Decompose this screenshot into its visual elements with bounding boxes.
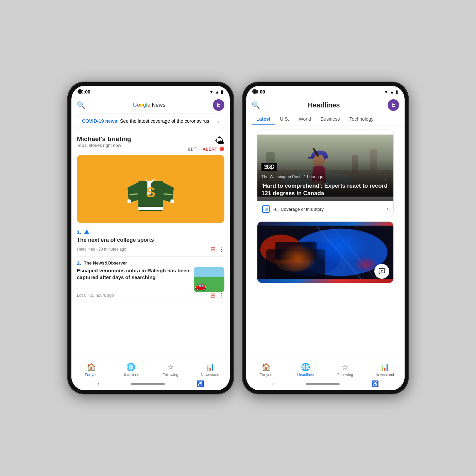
for-you-icon-2: 🏠 <box>261 363 271 372</box>
article-meta-row-1: Headlines · 20 minutes ago ⊞ ⋮ <box>77 245 224 253</box>
jacket-svg: S <box>123 165 178 214</box>
newsstand-label-2: Newsstand <box>376 373 394 377</box>
headlines-label-1: Headlines <box>122 373 139 377</box>
article-title-1: The next era of college sports <box>77 236 224 244</box>
nav-headlines-1[interactable]: 🌐 Headlines <box>121 363 141 377</box>
full-coverage-left: ⊞ Full Coverage of this story <box>262 205 324 213</box>
more-menu-2[interactable]: ⋮ <box>218 292 224 299</box>
nav-following-2[interactable]: ☆ Following <box>335 363 355 377</box>
alert-badge: ALERT <box>203 147 217 152</box>
headlines-label-2: Headlines <box>297 373 314 377</box>
status-icons-1: ▼ ▲ ▮ <box>209 89 223 95</box>
tab-technology[interactable]: Technology <box>345 114 378 125</box>
article-item-2[interactable]: 2. The News&Observer Escaped venomous co… <box>77 257 224 303</box>
police-card[interactable] <box>257 221 394 283</box>
tab-world[interactable]: World <box>294 114 316 125</box>
phone-1-screen: 10:00 ▼ ▲ ▮ 🔍 Google News E COVID-19 new… <box>71 86 230 390</box>
tab-us[interactable]: U.S. <box>275 114 294 125</box>
back-gesture-2: ‹ <box>272 381 274 387</box>
tab-latest[interactable]: Latest <box>252 114 275 125</box>
headlines-header: 🔍 Headlines E <box>246 97 405 114</box>
fullcoverage-icon-1: ⊞ <box>210 245 216 253</box>
google-news-logo: Google News <box>133 102 165 108</box>
nav-headlines-2[interactable]: 🌐 Headlines <box>295 363 316 377</box>
police-image <box>257 222 393 283</box>
headlines-icon-1: 🌐 <box>126 363 135 372</box>
more-dots-icon[interactable]: ⋮ <box>382 173 389 181</box>
home-gesture-bar-2 <box>306 383 340 385</box>
nav-for-you-2[interactable]: 🏠 For you <box>256 363 276 377</box>
source-text: The Washington Post · 1 hour ago <box>261 174 323 179</box>
signal-icon-2: ▲ <box>390 89 394 95</box>
weather-info: 81°F · ALERT 🔴 <box>188 147 224 152</box>
temp-text: 81°F <box>188 147 197 152</box>
camera-dot-2 <box>252 89 257 94</box>
search-button-2[interactable]: 🔍 <box>252 101 260 109</box>
phone-2-screen: 10:00 ▼ ▲ ▮ 🔍 Headlines E Latest U.S. Wo… <box>246 86 405 390</box>
card-headline: 'Hard to comprehend': Experts react to r… <box>261 182 389 197</box>
article-number-1: 1. <box>77 229 224 235</box>
newsstand-icon-2: 📊 <box>380 363 389 372</box>
weather-emoji: 🌤 <box>215 136 224 146</box>
jacket-image-card[interactable]: S <box>77 155 224 223</box>
source-triangle-logo <box>84 230 89 234</box>
covid-link-text: COVID-19 news: <box>82 118 119 124</box>
covid-body-text: See the latest coverage of the coronavir… <box>119 118 209 124</box>
alert-dot: 🔴 <box>219 147 224 151</box>
nav-for-you-1[interactable]: 🏠 For you <box>81 363 101 377</box>
search-button-1[interactable]: 🔍 <box>77 101 85 109</box>
following-label-1: Following <box>163 373 178 377</box>
article-meta-row-2: Local · 15 hours ago ⊞ ⋮ <box>77 292 224 299</box>
briefing-title: Michael's briefing <box>77 135 131 143</box>
following-label-2: Following <box>337 373 353 377</box>
nav-newsstand-1[interactable]: 📊 Newsstand <box>200 363 220 377</box>
avatar-1[interactable]: E <box>213 99 224 111</box>
article-icons-1: ⊞ ⋮ <box>210 245 224 253</box>
svg-line-5 <box>130 194 138 194</box>
home-gesture-bar-1 <box>131 383 165 385</box>
battery-icon-2: ▮ <box>395 89 398 95</box>
top-story-card[interactable]: 𝔚𝔓 The Washington Post · 1 hour ago ⋮ 'H… <box>257 130 394 217</box>
following-icon-2: ☆ <box>342 363 348 372</box>
wifi-icon-1: ▼ <box>209 89 214 95</box>
camera-dot-1 <box>78 89 82 94</box>
covid-banner[interactable]: COVID-19 news: See the latest coverage o… <box>77 114 224 129</box>
signal-icon-1: ▲ <box>215 89 219 95</box>
status-bar-2: 10:00 ▼ ▲ ▮ <box>246 86 405 97</box>
briefing-subtitle: Top 5 stories right now <box>77 143 131 148</box>
svg-rect-1 <box>128 199 131 203</box>
article-meta-2: Local · 15 hours ago <box>77 293 114 298</box>
phone-2: 10:00 ▼ ▲ ▮ 🔍 Headlines E Latest U.S. Wo… <box>242 82 409 394</box>
full-coverage-row[interactable]: ⊞ Full Coverage of this story › <box>257 201 393 217</box>
status-bar-1: 10:00 ▼ ▲ ▮ <box>71 86 230 97</box>
newsstand-icon-1: 📊 <box>205 363 215 372</box>
briefing-header: Michael's briefing Top 5 stories right n… <box>77 135 224 152</box>
article-thumb-2: 🚗 <box>194 267 224 292</box>
nav-newsstand-2[interactable]: 📊 Newsstand <box>375 363 395 377</box>
svg-line-6 <box>164 194 172 194</box>
headlines-icon-2: 🌐 <box>301 363 310 372</box>
more-menu-1[interactable]: ⋮ <box>218 245 224 253</box>
top-story-overlay: 𝔚𝔓 The Washington Post · 1 hour ago ⋮ 'H… <box>257 159 393 201</box>
accessibility-icon-1: ♿ <box>197 380 204 388</box>
temp-dash: · <box>199 147 201 152</box>
content-area-2: 𝔚𝔓 The Washington Post · 1 hour ago ⋮ 'H… <box>246 125 405 359</box>
fullcoverage-icon-2: ⊞ <box>210 292 216 299</box>
covid-text: COVID-19 news: See the latest coverage o… <box>82 118 209 125</box>
svg-rect-2 <box>170 199 174 203</box>
article-item-1[interactable]: 1. The next era of college sports Headli… <box>77 226 224 257</box>
tab-business[interactable]: Business <box>316 114 345 125</box>
nav-following-1[interactable]: ☆ Following <box>160 363 181 377</box>
chat-bubble-button[interactable] <box>374 264 389 279</box>
avatar-2[interactable]: E <box>388 99 399 111</box>
following-icon-1: ☆ <box>167 363 174 372</box>
wp-logo: 𝔚𝔓 <box>261 163 277 171</box>
svg-text:S: S <box>146 184 155 200</box>
headlines-title: Headlines <box>308 101 340 109</box>
battery-icon-1: ▮ <box>221 89 223 95</box>
for-you-label-1: For you <box>85 373 98 377</box>
fc-arrow-icon: › <box>387 206 389 212</box>
top-story-image: 𝔚𝔓 The Washington Post · 1 hour ago ⋮ 'H… <box>257 130 393 201</box>
chat-bubble-icon <box>378 268 386 275</box>
back-gesture-1: ‹ <box>97 381 99 387</box>
